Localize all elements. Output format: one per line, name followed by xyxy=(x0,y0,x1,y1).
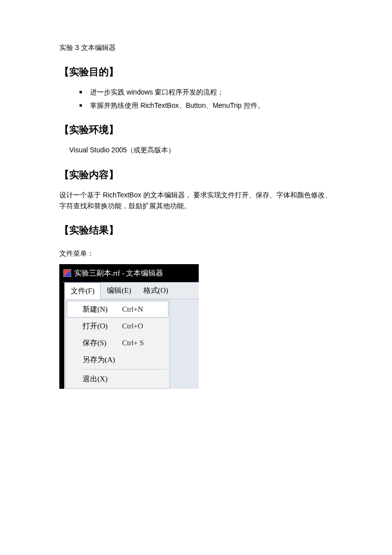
menu-item-exit[interactable]: 退出(X) xyxy=(67,370,169,387)
menu-item-save[interactable]: 保存(S) Ctrl+ S xyxy=(67,334,169,351)
menubar: 文件(F) 编辑(E) 格式(O) xyxy=(64,282,199,299)
file-menu-caption: 文件菜单： xyxy=(59,248,333,259)
window-inner-frame: 文件(F) 编辑(E) 格式(O) 新建(N) Ctrl+N 打开(O) Ctr… xyxy=(61,282,199,389)
content-text: 设计一个基于 RichTextBox 的文本编辑器， 要求实现文件打开、保存、字… xyxy=(59,189,333,212)
menu-item-saveas[interactable]: 另存为(A) xyxy=(67,351,169,368)
menu-file[interactable]: 文件(F) xyxy=(64,282,101,299)
menu-item-open[interactable]: 打开(O) Ctrl+O xyxy=(67,318,169,334)
menu-edit[interactable]: 编辑(E) xyxy=(101,282,137,299)
menu-item-label: 退出(X) xyxy=(83,373,122,385)
menu-separator xyxy=(82,369,167,370)
editor-screenshot: 实验三副本.rtf - 文本编辑器 文件(F) 编辑(E) 格式(O) 新建(N… xyxy=(59,264,199,389)
window-titlebar: 实验三副本.rtf - 文本编辑器 xyxy=(61,266,199,282)
menu-item-shortcut: Ctrl+ S xyxy=(122,337,144,349)
heading-content: 【实验内容】 xyxy=(59,167,333,183)
heading-environment: 【实验环境】 xyxy=(59,122,333,138)
heading-objective: 【实验目的】 xyxy=(59,64,333,80)
experiment-number-title: 实验 3 文本编辑器 xyxy=(59,42,333,53)
menu-item-label: 新建(N) xyxy=(83,303,122,315)
menu-item-new[interactable]: 新建(N) Ctrl+N xyxy=(67,301,169,318)
environment-text: Visual Studio 2005（或更高版本） xyxy=(59,144,333,155)
objective-list: 进一步实践 windows 窗口程序开发的流程； 掌握并熟练使用 RichTex… xyxy=(79,87,333,111)
objective-item: 进一步实践 windows 窗口程序开发的流程； xyxy=(79,87,333,97)
window-title-text: 实验三副本.rtf - 文本编辑器 xyxy=(74,267,163,279)
menu-item-label: 另存为(A) xyxy=(83,354,122,366)
menu-item-label: 保存(S) xyxy=(83,337,122,349)
menu-item-label: 打开(O) xyxy=(83,320,122,332)
menu-format[interactable]: 格式(O) xyxy=(137,282,174,299)
file-dropdown: 新建(N) Ctrl+N 打开(O) Ctrl+O 保存(S) Ctrl+ S … xyxy=(65,299,170,389)
heading-result: 【实验结果】 xyxy=(59,222,333,238)
app-icon xyxy=(63,269,71,277)
objective-item: 掌握并熟练使用 RichTextBox、Button、MenuTrip 控件。 xyxy=(79,100,333,111)
menu-item-shortcut: Ctrl+N xyxy=(122,303,143,315)
menu-item-shortcut: Ctrl+O xyxy=(122,320,143,332)
